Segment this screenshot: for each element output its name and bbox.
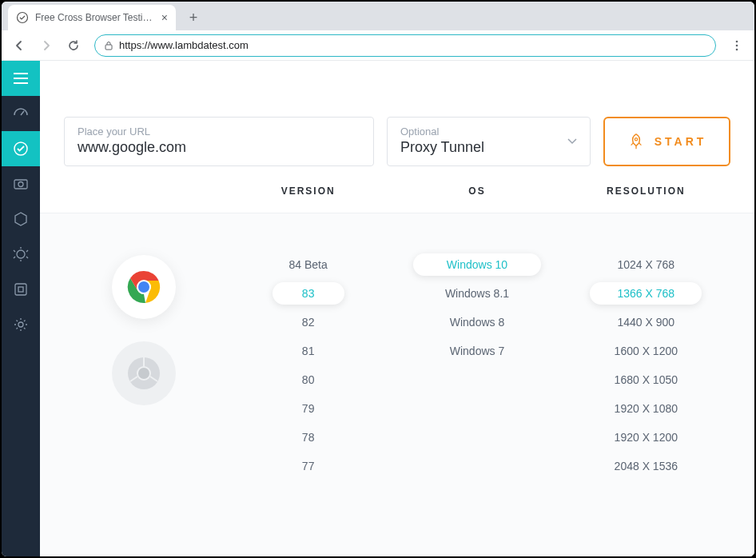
resolution-option[interactable]: 1680 X 1050 xyxy=(590,369,702,391)
os-option[interactable]: Windows 8 xyxy=(413,311,541,333)
tab-strip: Free Cross Browser Testing Clou × + xyxy=(2,2,754,30)
reload-button[interactable] xyxy=(62,34,85,57)
resolution-option[interactable]: 1920 X 1200 xyxy=(590,426,702,448)
start-button-label: START xyxy=(655,135,707,148)
svg-point-4 xyxy=(736,48,738,50)
resolution-option[interactable]: 1024 X 768 xyxy=(590,253,702,276)
sidebar-dashboard[interactable] xyxy=(2,96,40,131)
chevron-down-icon xyxy=(567,138,577,145)
columns-header: VERSION OS RESOLUTION xyxy=(40,185,754,213)
proxy-select-value: Proxy Tunnel xyxy=(400,139,577,156)
version-option[interactable]: 83 xyxy=(273,282,344,305)
url-text: https://www.lambdatest.com xyxy=(119,39,249,51)
lock-icon xyxy=(105,41,113,50)
url-input[interactable]: Place your URL www.google.com xyxy=(64,117,374,166)
version-option[interactable]: 77 xyxy=(273,455,344,477)
version-option[interactable]: 78 xyxy=(273,426,344,448)
os-option[interactable]: Windows 8.1 xyxy=(413,282,541,305)
browser-toolbar: https://www.lambdatest.com xyxy=(2,30,754,61)
svg-rect-1 xyxy=(105,45,112,50)
tab-close-icon[interactable]: × xyxy=(161,11,168,24)
svg-point-3 xyxy=(736,44,738,46)
url-input-label: Place your URL xyxy=(78,126,360,138)
sidebar-screenshot[interactable] xyxy=(2,166,40,201)
lambdatest-favicon-icon xyxy=(16,11,29,24)
resolution-column: 1024 X 7681366 X 7681440 X 9001600 X 120… xyxy=(562,237,730,556)
resolution-option[interactable]: 2048 X 1536 xyxy=(590,455,702,477)
svg-point-18 xyxy=(138,368,149,379)
sidebar-settings[interactable] xyxy=(2,307,40,342)
new-tab-button[interactable]: + xyxy=(182,6,205,29)
svg-point-8 xyxy=(17,250,25,258)
proxy-select-label: Optional xyxy=(400,126,577,138)
browser-tab[interactable]: Free Cross Browser Testing Clou × xyxy=(8,5,176,30)
sidebar-automation[interactable] xyxy=(2,201,40,237)
address-bar[interactable]: https://www.lambdatest.com xyxy=(94,34,716,57)
svg-rect-10 xyxy=(18,287,23,292)
url-input-value: www.google.com xyxy=(78,139,360,156)
version-option[interactable]: 79 xyxy=(273,397,344,420)
sidebar-realtime-testing[interactable] xyxy=(2,131,40,166)
chrome-icon xyxy=(126,269,161,305)
proxy-select[interactable]: Optional Proxy Tunnel xyxy=(387,117,591,166)
browser-chrome-beta[interactable] xyxy=(112,341,176,405)
os-header: OS xyxy=(392,185,561,197)
svg-point-7 xyxy=(18,182,23,187)
resolution-option[interactable]: 1920 X 1080 xyxy=(590,397,702,420)
svg-point-15 xyxy=(138,281,149,293)
tab-title: Free Cross Browser Testing Clou xyxy=(35,12,157,23)
svg-point-2 xyxy=(736,40,738,42)
back-button[interactable] xyxy=(8,34,30,57)
sidebar-menu-toggle[interactable] xyxy=(2,61,40,96)
sidebar xyxy=(2,61,40,556)
browser-menu-button[interactable] xyxy=(726,34,748,57)
sidebar-issue-tracker[interactable] xyxy=(2,237,40,272)
svg-rect-9 xyxy=(15,284,26,295)
resolution-option[interactable]: 1440 X 900 xyxy=(590,311,702,333)
os-option[interactable]: Windows 7 xyxy=(413,340,541,362)
resolution-header: RESOLUTION xyxy=(562,185,730,197)
svg-point-12 xyxy=(635,138,637,141)
sidebar-integrations[interactable] xyxy=(2,272,40,307)
browser-column xyxy=(64,237,224,556)
start-button[interactable]: START xyxy=(603,117,730,166)
version-option[interactable]: 81 xyxy=(273,340,344,362)
version-option[interactable]: 80 xyxy=(273,369,344,391)
resolution-option[interactable]: 1600 X 1200 xyxy=(590,340,702,362)
svg-point-0 xyxy=(18,13,28,23)
os-column: Windows 10Windows 8.1Windows 8Windows 7 xyxy=(392,237,561,556)
browser-chrome-active[interactable] xyxy=(112,255,176,319)
chrome-grey-icon xyxy=(126,356,161,391)
version-column: 84 Beta83828180797877 xyxy=(224,237,392,556)
forward-button[interactable] xyxy=(35,34,58,57)
svg-rect-6 xyxy=(14,180,27,189)
config-panel: Place your URL www.google.com Optional P… xyxy=(40,61,754,185)
resolution-option[interactable]: 1366 X 768 xyxy=(590,282,702,305)
version-header: VERSION xyxy=(224,185,392,197)
version-option[interactable]: 84 Beta xyxy=(273,253,344,276)
rocket-icon xyxy=(627,133,645,150)
svg-point-11 xyxy=(18,322,23,327)
version-option[interactable]: 82 xyxy=(273,311,344,333)
os-option[interactable]: Windows 10 xyxy=(413,253,541,276)
columns-body: 84 Beta83828180797877 Windows 10Windows … xyxy=(40,213,754,556)
